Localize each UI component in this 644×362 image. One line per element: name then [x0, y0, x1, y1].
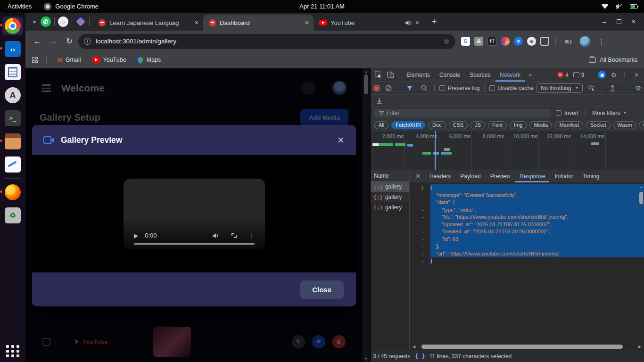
clear-network-log-icon[interactable] [383, 83, 394, 93]
requests-name-header[interactable]: Name [371, 170, 409, 181]
filter-input[interactable] [387, 110, 546, 116]
filter-pill-css[interactable]: CSS [449, 121, 468, 129]
modal-close-icon[interactable]: ✕ [337, 135, 345, 146]
tab-close-icon[interactable]: × [415, 19, 419, 26]
site-info-icon[interactable]: i [84, 38, 91, 45]
video-player[interactable]: ▶ 0:00 ⋮ [124, 179, 265, 249]
tab-close-icon[interactable]: × [305, 19, 309, 26]
window-close-button[interactable]: × [632, 18, 636, 25]
devtools-menu-icon[interactable]: ⋮ [621, 70, 628, 80]
filter-pill-manifest[interactable]: Manifest [555, 121, 583, 129]
reload-button[interactable]: ↻ [62, 34, 76, 49]
error-count-badge[interactable]: ✕4 [557, 72, 569, 78]
network-timeline-overview[interactable]: 2,000 ms 4,000 ms 6,000 ms 8,000 ms 10,0… [371, 131, 644, 170]
export-har-icon[interactable] [373, 96, 385, 106]
tab-audio-icon[interactable] [405, 20, 412, 25]
dock-terminal[interactable]: >_ [2, 109, 23, 128]
dock-firefox[interactable] [2, 183, 23, 202]
bookmark-star-icon[interactable]: ☆ [444, 37, 450, 46]
checkbox[interactable] [489, 85, 495, 91]
show-applications-button[interactable] [6, 345, 20, 357]
detail-tab-initiator[interactable]: Initiator [550, 170, 577, 182]
filter-pill-img[interactable]: Img [510, 121, 527, 129]
scroll-down-arrow[interactable]: ▼ [364, 356, 368, 362]
devtools-extension-icon[interactable]: ▣ [598, 71, 606, 79]
clock[interactable]: Apr 21 11:01 AM [151, 3, 493, 10]
devtools-tab-network[interactable]: Network [495, 68, 525, 82]
request-row[interactable]: {;}gallery [371, 202, 409, 213]
scrollbar-thumb[interactable] [364, 74, 368, 94]
detail-tab-response[interactable]: Response [515, 170, 549, 182]
filter-toggle-icon[interactable] [404, 83, 415, 93]
checkbox[interactable] [439, 85, 445, 91]
import-har-icon[interactable] [607, 83, 618, 93]
issues-count-badge[interactable]: 9 [573, 72, 585, 78]
detail-tab-headers[interactable]: Headers [425, 170, 455, 182]
print-extension-icon[interactable]: 🖶 [474, 37, 483, 46]
translate-extension-icon[interactable]: G [461, 37, 470, 46]
scroll-up-arrow[interactable]: ▲ [639, 183, 643, 191]
tab-dashboard[interactable]: Dashboard × [203, 15, 314, 31]
scrollbar-thumb[interactable] [639, 192, 643, 204]
focused-app-indicator[interactable]: Google Chrome [44, 3, 99, 10]
tab-youtube[interactable]: YouTube × [314, 15, 424, 31]
dock-vscode[interactable]: ‹› [2, 40, 23, 58]
scroll-left-arrow[interactable]: ◀ [411, 345, 417, 349]
invert-checkbox[interactable]: Invert [556, 110, 578, 116]
page-scrollbar[interactable]: ▲ ▼ [363, 68, 370, 362]
checkbox[interactable] [556, 110, 561, 116]
devtools-tab-elements[interactable]: Elements [402, 68, 434, 82]
close-detail-icon[interactable]: ✕ [412, 173, 424, 180]
dock-app-a[interactable]: A [2, 86, 23, 105]
more-filters-dropdown[interactable]: More filters▼ [592, 110, 627, 116]
filter-pill-wasm[interactable]: Wasm [613, 121, 636, 129]
response-vertical-scrollbar[interactable]: ▲ [638, 183, 644, 204]
extensions-puzzle-icon[interactable] [540, 37, 549, 46]
tab-search-button[interactable]: ▾ [28, 16, 41, 28]
tab-close-icon[interactable]: × [195, 19, 198, 26]
response-viewer[interactable]: 1{ - "message": "Created Successfully", … [410, 182, 644, 343]
scroll-up-arrow[interactable]: ▲ [364, 68, 368, 74]
filter-pill-fetch-xhr[interactable]: Fetch/XHR [391, 121, 425, 129]
recorder-extension-icon[interactable]: ◉ [527, 37, 536, 46]
bookmark-maps[interactable]: Maps [134, 55, 165, 65]
detail-tab-timing[interactable]: Timing [578, 170, 604, 182]
video-fullscreen-icon[interactable] [231, 233, 237, 238]
filter-pill-media[interactable]: Media [529, 121, 552, 129]
video-play-button[interactable]: ▶ [134, 232, 138, 239]
address-bar[interactable]: i localhost:3001/admin/gallery ☆ [78, 34, 455, 49]
tab-learn-japanese[interactable]: Learn Japanese Languag × [93, 15, 203, 31]
network-conditions-icon[interactable] [586, 83, 597, 93]
window-restore-button[interactable] [617, 19, 621, 24]
browser-menu-icon[interactable]: ⋮ [595, 37, 608, 46]
profile-avatar[interactable] [579, 36, 591, 47]
new-tab-button[interactable]: + [428, 15, 441, 28]
filter-pill-other[interactable]: Other [639, 121, 644, 129]
dock-text-editor[interactable] [2, 155, 23, 174]
filter-pill-socket[interactable]: Socket [586, 121, 611, 129]
inspect-element-icon[interactable] [372, 70, 384, 80]
scrollbar-thumb[interactable] [421, 345, 623, 349]
window-minimize-button[interactable]: – [603, 18, 606, 25]
whatsapp-pinned-tab[interactable]: ✆ [41, 16, 51, 27]
devtools-tab-console[interactable]: Console [435, 68, 464, 82]
back-button[interactable]: ← [30, 34, 44, 49]
activities-button[interactable]: Activities [8, 3, 32, 10]
settings-extension-icon[interactable]: ✲ [514, 37, 523, 46]
detail-tab-preview[interactable]: Preview [486, 170, 515, 182]
bookmark-youtube[interactable]: YouTube [89, 55, 130, 65]
filter-pill-js[interactable]: JS [471, 121, 485, 129]
modal-close-button[interactable]: Close [300, 280, 344, 299]
devtools-tab-sources[interactable]: Sources [465, 68, 495, 82]
video-menu-icon[interactable]: ⋮ [249, 232, 255, 239]
more-panels-icon[interactable]: » [526, 71, 535, 78]
devtools-close-icon[interactable]: ✕ [633, 70, 640, 80]
dock-trash[interactable]: ♻ [2, 206, 23, 225]
devtools-settings-icon[interactable]: ⚙ [611, 71, 617, 79]
reading-list-icon[interactable]: ≡♪ [562, 37, 575, 45]
bookmark-gmail[interactable]: M Gmail [53, 55, 85, 66]
apps-grid-icon[interactable] [32, 57, 38, 63]
video-volume-icon[interactable] [213, 233, 219, 239]
device-toolbar-icon[interactable] [385, 70, 396, 80]
gemini-pinned-tab[interactable] [75, 16, 86, 27]
